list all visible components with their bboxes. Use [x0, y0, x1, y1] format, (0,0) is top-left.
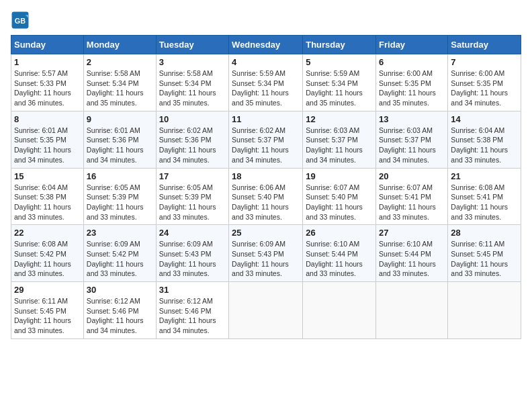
- calendar-day-8: 8Sunrise: 6:01 AMSunset: 5:35 PMDaylight…: [11, 111, 84, 168]
- day-number: 21: [451, 171, 518, 181]
- day-info: Sunrise: 6:01 AMSunset: 5:35 PMDaylight:…: [14, 126, 81, 165]
- calendar-day-4: 4Sunrise: 5:59 AMSunset: 5:34 PMDaylight…: [229, 54, 303, 111]
- calendar-day-7: 7Sunrise: 6:00 AMSunset: 5:35 PMDaylight…: [448, 54, 521, 111]
- day-number: 31: [159, 285, 226, 295]
- column-header-monday: Monday: [83, 36, 156, 54]
- calendar-day-14: 14Sunrise: 6:04 AMSunset: 5:38 PMDayligh…: [448, 111, 521, 168]
- calendar-day-31: 31Sunrise: 6:12 AMSunset: 5:46 PMDayligh…: [156, 282, 228, 339]
- column-header-wednesday: Wednesday: [229, 36, 303, 54]
- day-info: Sunrise: 6:10 AMSunset: 5:44 PMDaylight:…: [306, 239, 373, 279]
- day-info: Sunrise: 6:08 AMSunset: 5:42 PMDaylight:…: [14, 239, 81, 279]
- calendar-day-12: 12Sunrise: 6:03 AMSunset: 5:37 PMDayligh…: [303, 111, 376, 168]
- calendar-day-22: 22Sunrise: 6:08 AMSunset: 5:42 PMDayligh…: [11, 225, 84, 282]
- day-number: 23: [87, 228, 153, 238]
- empty-cell: [448, 282, 521, 339]
- empty-cell: [376, 282, 448, 339]
- calendar-day-30: 30Sunrise: 6:12 AMSunset: 5:46 PMDayligh…: [83, 282, 156, 339]
- calendar-day-21: 21Sunrise: 6:08 AMSunset: 5:41 PMDayligh…: [448, 168, 521, 225]
- day-info: Sunrise: 5:58 AMSunset: 5:34 PMDaylight:…: [159, 68, 226, 108]
- day-number: 18: [232, 171, 300, 181]
- calendar-day-24: 24Sunrise: 6:09 AMSunset: 5:43 PMDayligh…: [156, 225, 228, 282]
- column-header-tuesday: Tuesday: [156, 36, 228, 54]
- day-info: Sunrise: 5:59 AMSunset: 5:34 PMDaylight:…: [232, 68, 300, 108]
- day-number: 3: [159, 57, 226, 67]
- day-info: Sunrise: 6:00 AMSunset: 5:35 PMDaylight:…: [379, 68, 445, 108]
- day-number: 10: [159, 114, 226, 124]
- calendar-day-19: 19Sunrise: 6:07 AMSunset: 5:40 PMDayligh…: [303, 168, 376, 225]
- logo-icon: GB: [11, 11, 30, 30]
- day-number: 27: [379, 228, 445, 238]
- day-info: Sunrise: 6:04 AMSunset: 5:38 PMDaylight:…: [451, 126, 518, 165]
- day-number: 13: [379, 114, 445, 124]
- day-info: Sunrise: 6:12 AMSunset: 5:46 PMDaylight:…: [159, 296, 226, 336]
- calendar-day-26: 26Sunrise: 6:10 AMSunset: 5:44 PMDayligh…: [303, 225, 376, 282]
- day-number: 12: [306, 114, 373, 124]
- day-info: Sunrise: 6:09 AMSunset: 5:42 PMDaylight:…: [87, 239, 153, 279]
- calendar-day-9: 9Sunrise: 6:01 AMSunset: 5:36 PMDaylight…: [83, 111, 156, 168]
- column-header-saturday: Saturday: [448, 36, 521, 54]
- day-number: 9: [87, 114, 153, 124]
- day-number: 5: [306, 57, 373, 67]
- day-number: 15: [14, 171, 81, 181]
- calendar-day-5: 5Sunrise: 5:59 AMSunset: 5:34 PMDaylight…: [303, 54, 376, 111]
- day-number: 8: [14, 114, 81, 124]
- day-info: Sunrise: 6:09 AMSunset: 5:43 PMDaylight:…: [232, 239, 300, 279]
- day-number: 17: [159, 171, 226, 181]
- day-number: 22: [14, 228, 81, 238]
- calendar-week-3: 15Sunrise: 6:04 AMSunset: 5:38 PMDayligh…: [11, 168, 521, 225]
- calendar-day-15: 15Sunrise: 6:04 AMSunset: 5:38 PMDayligh…: [11, 168, 84, 225]
- logo: GB: [11, 11, 31, 30]
- calendar-day-2: 2Sunrise: 5:58 AMSunset: 5:34 PMDaylight…: [83, 54, 156, 111]
- calendar-day-18: 18Sunrise: 6:06 AMSunset: 5:40 PMDayligh…: [229, 168, 303, 225]
- calendar-day-11: 11Sunrise: 6:02 AMSunset: 5:37 PMDayligh…: [229, 111, 303, 168]
- day-number: 1: [14, 57, 81, 67]
- day-number: 26: [306, 228, 373, 238]
- day-info: Sunrise: 5:58 AMSunset: 5:34 PMDaylight:…: [87, 68, 153, 108]
- day-info: Sunrise: 6:12 AMSunset: 5:46 PMDaylight:…: [87, 296, 153, 336]
- day-number: 7: [451, 57, 518, 67]
- calendar-body: 1Sunrise: 5:57 AMSunset: 5:33 PMDaylight…: [11, 54, 521, 339]
- calendar-day-29: 29Sunrise: 6:11 AMSunset: 5:45 PMDayligh…: [11, 282, 84, 339]
- calendar-day-16: 16Sunrise: 6:05 AMSunset: 5:39 PMDayligh…: [83, 168, 156, 225]
- calendar-week-1: 1Sunrise: 5:57 AMSunset: 5:33 PMDaylight…: [11, 54, 521, 111]
- day-info: Sunrise: 6:06 AMSunset: 5:40 PMDaylight:…: [232, 183, 300, 222]
- calendar-week-2: 8Sunrise: 6:01 AMSunset: 5:35 PMDaylight…: [11, 111, 521, 168]
- calendar-day-25: 25Sunrise: 6:09 AMSunset: 5:43 PMDayligh…: [229, 225, 303, 282]
- day-info: Sunrise: 6:01 AMSunset: 5:36 PMDaylight:…: [87, 126, 153, 165]
- column-header-sunday: Sunday: [11, 36, 84, 54]
- day-number: 14: [451, 114, 518, 124]
- day-info: Sunrise: 6:07 AMSunset: 5:40 PMDaylight:…: [306, 183, 373, 222]
- day-info: Sunrise: 6:05 AMSunset: 5:39 PMDaylight:…: [159, 183, 226, 222]
- day-info: Sunrise: 6:10 AMSunset: 5:44 PMDaylight:…: [379, 239, 445, 279]
- day-number: 24: [159, 228, 226, 238]
- calendar-table: SundayMondayTuesdayWednesdayThursdayFrid…: [11, 35, 521, 339]
- day-info: Sunrise: 6:05 AMSunset: 5:39 PMDaylight:…: [87, 183, 153, 222]
- day-info: Sunrise: 6:00 AMSunset: 5:35 PMDaylight:…: [451, 68, 518, 108]
- empty-cell: [303, 282, 376, 339]
- day-info: Sunrise: 6:02 AMSunset: 5:37 PMDaylight:…: [232, 126, 300, 165]
- day-number: 28: [451, 228, 518, 238]
- day-info: Sunrise: 6:11 AMSunset: 5:45 PMDaylight:…: [451, 239, 518, 279]
- day-info: Sunrise: 6:03 AMSunset: 5:37 PMDaylight:…: [306, 126, 373, 165]
- day-info: Sunrise: 5:57 AMSunset: 5:33 PMDaylight:…: [14, 68, 81, 108]
- empty-cell: [229, 282, 303, 339]
- day-info: Sunrise: 6:03 AMSunset: 5:37 PMDaylight:…: [379, 126, 445, 165]
- day-info: Sunrise: 6:09 AMSunset: 5:43 PMDaylight:…: [159, 239, 226, 279]
- day-info: Sunrise: 5:59 AMSunset: 5:34 PMDaylight:…: [306, 68, 373, 108]
- calendar-day-17: 17Sunrise: 6:05 AMSunset: 5:39 PMDayligh…: [156, 168, 228, 225]
- day-number: 30: [87, 285, 153, 295]
- calendar-day-27: 27Sunrise: 6:10 AMSunset: 5:44 PMDayligh…: [376, 225, 448, 282]
- calendar-day-20: 20Sunrise: 6:07 AMSunset: 5:41 PMDayligh…: [376, 168, 448, 225]
- calendar-week-4: 22Sunrise: 6:08 AMSunset: 5:42 PMDayligh…: [11, 225, 521, 282]
- calendar-day-23: 23Sunrise: 6:09 AMSunset: 5:42 PMDayligh…: [83, 225, 156, 282]
- day-number: 4: [232, 57, 300, 67]
- day-info: Sunrise: 6:08 AMSunset: 5:41 PMDaylight:…: [451, 183, 518, 222]
- calendar-day-6: 6Sunrise: 6:00 AMSunset: 5:35 PMDaylight…: [376, 54, 448, 111]
- day-number: 16: [87, 171, 153, 181]
- day-info: Sunrise: 6:04 AMSunset: 5:38 PMDaylight:…: [14, 183, 81, 222]
- day-number: 19: [306, 171, 373, 181]
- calendar-week-5: 29Sunrise: 6:11 AMSunset: 5:45 PMDayligh…: [11, 282, 521, 339]
- day-info: Sunrise: 6:11 AMSunset: 5:45 PMDaylight:…: [14, 296, 81, 336]
- calendar-day-3: 3Sunrise: 5:58 AMSunset: 5:34 PMDaylight…: [156, 54, 228, 111]
- calendar-header-row: SundayMondayTuesdayWednesdayThursdayFrid…: [11, 36, 521, 54]
